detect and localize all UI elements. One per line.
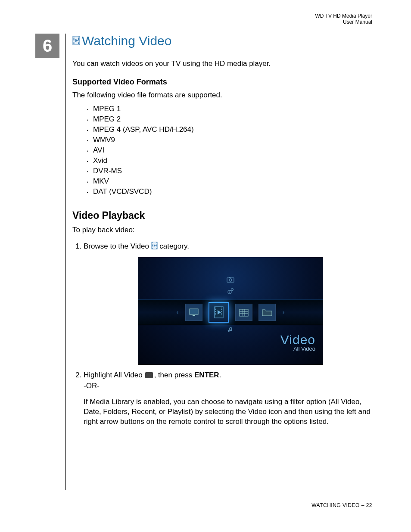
svg-rect-10: [78, 40, 79, 41]
svg-rect-20: [156, 243, 157, 243]
svg-rect-19: [152, 248, 153, 249]
header-line1: WD TV HD Media Player: [315, 13, 372, 19]
svg-rect-24: [156, 248, 157, 249]
svg-rect-11: [78, 42, 79, 43]
svg-rect-1: [74, 37, 75, 37]
ui-screenshot: ‹ ›: [138, 257, 323, 365]
step2-text-b: , then press: [154, 371, 194, 379]
svg-rect-3: [74, 39, 75, 40]
all-video-icon: [209, 302, 229, 323]
left-arrow-icon: ‹: [176, 304, 179, 320]
chapter-number-box: 6: [35, 34, 59, 58]
svg-rect-32: [190, 309, 198, 314]
svg-rect-42: [221, 311, 222, 312]
svg-rect-44: [221, 314, 222, 315]
calendar-icon: [235, 304, 252, 321]
list-item: MKV: [87, 176, 374, 187]
svg-rect-35: [215, 308, 216, 308]
step-item: Highlight All Video , then press ENTER. …: [84, 370, 374, 426]
monitor-icon: [185, 304, 202, 321]
list-item: MPEG 4 (ASP, AVC HD/H.264): [87, 124, 374, 135]
step2-or: -OR-: [84, 381, 374, 391]
video-inline-icon: [151, 242, 158, 252]
chapter-title: Watching Video: [72, 34, 374, 48]
header-line2: User Manual: [315, 19, 372, 25]
chapter-title-text: Watching Video: [82, 34, 171, 48]
svg-point-31: [231, 289, 234, 291]
svg-rect-23: [156, 246, 157, 247]
step1-text-a: Browse to the Video: [84, 242, 151, 250]
video-icon: [72, 34, 80, 48]
svg-rect-39: [215, 314, 216, 315]
svg-rect-43: [221, 313, 222, 314]
svg-rect-33: [193, 315, 195, 316]
svg-rect-7: [78, 37, 79, 37]
svg-point-27: [229, 279, 232, 281]
playback-lead: To play back video:: [72, 226, 374, 234]
screenshot-title: Video: [280, 335, 315, 345]
supported-lead: The following video file formats are sup…: [72, 91, 374, 100]
svg-rect-36: [215, 309, 216, 310]
svg-rect-9: [78, 39, 79, 40]
vertical-rule: [65, 34, 66, 490]
list-item: AVI: [87, 145, 374, 156]
svg-rect-12: [78, 43, 79, 44]
list-item: DAT (VCD/SVCD): [87, 187, 374, 197]
formats-list: MPEG 1 MPEG 2 MPEG 4 (ASP, AVC HD/H.264)…: [87, 104, 374, 197]
svg-rect-38: [215, 313, 216, 314]
step2-text-a: Highlight All Video: [84, 371, 144, 379]
playback-heading: Video Playback: [72, 210, 374, 221]
svg-rect-40: [221, 308, 222, 308]
step2-text-c: .: [219, 371, 221, 379]
list-item: WMV9: [87, 135, 374, 145]
svg-rect-37: [215, 311, 216, 312]
svg-rect-22: [156, 245, 157, 246]
svg-rect-17: [152, 245, 153, 246]
intro-text: You can watch videos on your TV using th…: [72, 59, 374, 68]
page-header: WD TV HD Media Player User Manual: [315, 13, 372, 25]
svg-rect-5: [74, 42, 75, 43]
svg-rect-6: [74, 43, 75, 44]
step2-paragraph: If Media Library is enabled, you can cho…: [84, 397, 374, 426]
right-arrow-icon: ›: [282, 304, 285, 320]
list-item: DVR-MS: [87, 166, 374, 176]
supported-heading: Supported Video Formats: [72, 78, 374, 87]
svg-rect-4: [74, 40, 75, 41]
list-item: MPEG 1: [87, 104, 374, 114]
content-area: Watching Video You can watch videos on y…: [72, 34, 374, 432]
all-video-inline-icon: [145, 372, 153, 378]
svg-rect-41: [221, 309, 222, 310]
svg-rect-16: [152, 244, 153, 245]
step-item: Browse to the Video category. ‹: [84, 241, 374, 365]
svg-rect-15: [152, 243, 153, 243]
page-footer: WATCHING VIDEO – 22: [311, 502, 372, 508]
gear-icon: [227, 287, 234, 297]
svg-rect-2: [74, 38, 75, 39]
svg-rect-8: [78, 38, 79, 39]
svg-rect-46: [240, 309, 248, 316]
svg-point-30: [229, 292, 230, 293]
carousel-bar: ‹ ›: [138, 299, 323, 325]
enter-key-label: ENTER: [194, 371, 219, 379]
step1-text-b: category.: [158, 242, 189, 250]
camera-icon: [227, 275, 234, 285]
list-item: MPEG 2: [87, 114, 374, 124]
steps-list: Browse to the Video category. ‹: [72, 241, 374, 426]
svg-rect-18: [152, 246, 153, 247]
svg-rect-21: [156, 244, 157, 245]
music-note-icon: [227, 326, 234, 336]
svg-rect-28: [229, 277, 230, 278]
list-item: Xvid: [87, 156, 374, 166]
folder-icon: [258, 304, 276, 321]
screenshot-title-block: Video All Video: [280, 335, 315, 354]
